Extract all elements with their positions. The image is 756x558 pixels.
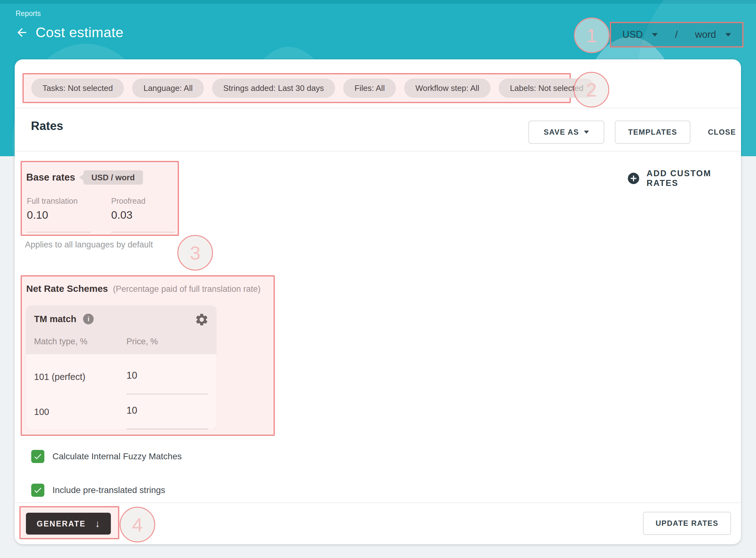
update-rates-button[interactable]: UPDATE RATES <box>643 512 731 535</box>
gear-icon[interactable] <box>194 312 209 327</box>
full-translation-field: Full translation 0.10 <box>27 197 90 232</box>
currency-value: USD <box>622 29 643 40</box>
divider <box>15 151 741 152</box>
match-type-value: 100 <box>34 405 127 417</box>
arrow-down-icon: ↓ <box>95 518 100 530</box>
badge-label: USD / word <box>91 173 135 182</box>
tm-match-header: TM match i Match type, % Price, % <box>26 306 216 354</box>
divider <box>15 108 741 108</box>
proofread-input[interactable]: 0.03 <box>111 209 175 232</box>
option-include-pretranslated: Include pre-translated strings <box>31 484 165 497</box>
info-icon[interactable]: i <box>83 314 94 324</box>
tm-match-row: 100 10 <box>34 405 208 429</box>
base-rate-fields: Full translation 0.10 Proofread 0.03 <box>27 197 175 232</box>
annotation-circle-4: 4 <box>119 507 155 542</box>
chevron-down-icon <box>652 33 658 36</box>
back-arrow-icon[interactable] <box>15 26 29 40</box>
price-input[interactable]: 10 <box>127 405 208 429</box>
annotation-circle-1: 1 <box>574 18 610 53</box>
filter-chip-workflow-step[interactable]: Workflow step: All <box>404 78 491 98</box>
annotation-circle-3: 3 <box>178 235 213 271</box>
tm-match-title: TM match <box>34 314 76 324</box>
tm-match-card: TM match i Match type, % Price, % 101 (p… <box>26 305 217 430</box>
option-label: Include pre-translated strings <box>52 485 165 495</box>
divider-slash: / <box>675 29 678 40</box>
filter-chip-language[interactable]: Language: All <box>132 78 204 98</box>
option-calculate-fuzzy: Calculate Internal Fuzzy Matches <box>31 450 182 463</box>
checkbox-checked[interactable] <box>31 484 44 497</box>
close-button[interactable]: CLOSE <box>703 121 741 144</box>
filters-annotation-box: Tasks: Not selected Language: All String… <box>23 73 571 103</box>
filter-chip-files[interactable]: Files: All <box>343 78 396 98</box>
breadcrumb[interactable]: Reports <box>16 9 41 18</box>
base-rates-annotation-box: Base rates USD / word Full translation 0… <box>21 161 179 236</box>
generate-button[interactable]: GENERATE ↓ <box>26 513 111 535</box>
page-title: Cost estimate <box>35 24 124 41</box>
chevron-down-icon <box>725 33 731 36</box>
currency-select[interactable]: USD <box>622 29 658 40</box>
price-column-header: Price, % <box>127 337 158 347</box>
add-custom-rates-button[interactable]: ADD CUSTOM RATES <box>627 169 741 188</box>
option-label: Calculate Internal Fuzzy Matches <box>52 452 182 461</box>
base-rates-title-row: Base rates USD / word <box>26 170 143 185</box>
report-card: Tasks: Not selected Language: All String… <box>15 59 741 544</box>
net-rate-schemes-subtitle: (Percentage paid of full translation rat… <box>113 284 261 294</box>
add-custom-rates-label: ADD CUSTOM RATES <box>647 169 741 188</box>
price-input[interactable]: 10 <box>127 370 208 394</box>
net-rate-schemes-title: Net Rate Schemes <box>26 283 108 294</box>
checkbox-checked[interactable] <box>31 450 44 463</box>
divider <box>15 502 741 503</box>
base-rates-note: Applies to all languages by default <box>25 240 153 250</box>
match-type-value: 101 (perfect) <box>34 370 127 382</box>
generate-label: GENERATE <box>36 519 86 528</box>
top-strip <box>0 0 756 4</box>
tm-match-title-row: TM match i <box>34 314 94 324</box>
unit-value: word <box>695 29 716 40</box>
generate-annotation-box: GENERATE ↓ <box>19 506 119 539</box>
full-translation-label: Full translation <box>27 197 90 206</box>
badge-arrow <box>79 174 84 181</box>
filter-chip-tasks[interactable]: Tasks: Not selected <box>31 78 124 98</box>
filter-chip-strings-added[interactable]: Strings added: Last 30 days <box>212 78 335 98</box>
currency-unit-selector: USD / word <box>610 22 744 48</box>
net-rate-schemes-title-row: Net Rate Schemes (Percentage paid of ful… <box>26 283 261 294</box>
save-as-button[interactable]: SAVE AS <box>529 121 604 144</box>
unit-select[interactable]: word <box>695 29 731 40</box>
save-as-label: SAVE AS <box>544 128 579 136</box>
currency-unit-badge: USD / word <box>83 170 143 185</box>
match-type-column-header: Match type, % <box>34 337 87 347</box>
proofread-label: Proofread <box>111 197 175 206</box>
cost-estimate-page: Reports Cost estimate USD / word 1 2 3 4… <box>0 0 756 558</box>
tm-match-row: 101 (perfect) 10 <box>34 370 208 394</box>
rates-section-title: Rates <box>31 119 63 133</box>
templates-button[interactable]: TEMPLATES <box>615 121 691 144</box>
full-translation-input[interactable]: 0.10 <box>27 209 90 232</box>
annotation-circle-2: 2 <box>574 72 609 107</box>
plus-circle-icon <box>627 171 641 185</box>
base-rates-title: Base rates <box>26 172 75 183</box>
proofread-field: Proofread 0.03 <box>111 197 175 232</box>
title-row: Cost estimate <box>15 24 124 41</box>
net-rate-schemes-annotation-box: Net Rate Schemes (Percentage paid of ful… <box>21 275 275 436</box>
chevron-down-icon <box>584 131 589 134</box>
